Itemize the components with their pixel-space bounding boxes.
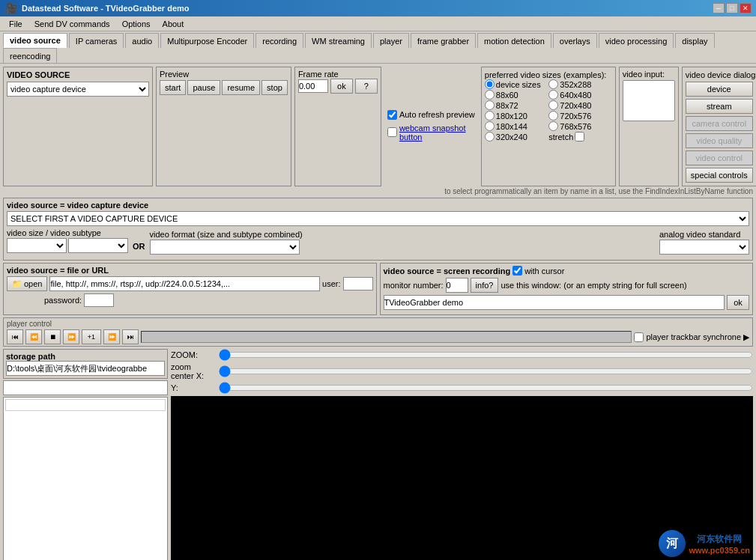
file-url-input[interactable]	[49, 276, 320, 291]
player-trackbar[interactable]	[141, 331, 632, 343]
storage-left: storage path	[3, 349, 168, 560]
stream-button[interactable]: stream	[686, 99, 753, 114]
monitor-input[interactable]	[446, 278, 468, 293]
file-list-input-line	[5, 399, 166, 411]
menu-options[interactable]: Options	[116, 18, 157, 30]
stretch-checkbox[interactable]	[575, 132, 584, 141]
tab-multipurpose-encoder[interactable]: Multipurpose Encoder	[160, 33, 254, 48]
video-size-select[interactable]	[7, 238, 67, 253]
video-quality-button[interactable]: video quality	[686, 133, 753, 148]
step-plus1-button[interactable]: +1	[82, 329, 101, 344]
fast-forward-button[interactable]: ⏩	[103, 329, 120, 344]
tab-reencoding[interactable]: reencoding	[3, 48, 57, 63]
webcam-snapshot-checkbox[interactable]	[387, 127, 397, 137]
folder-icon: 📁	[12, 279, 22, 289]
tab-overlays[interactable]: overlays	[553, 33, 597, 48]
analog-video-select[interactable]	[659, 240, 749, 255]
password-input[interactable]	[84, 293, 114, 307]
size-radio-720x480[interactable]	[548, 100, 558, 110]
tab-frame-grabber[interactable]: frame grabber	[411, 33, 476, 48]
device-button[interactable]: device	[686, 82, 753, 97]
window-ok-button[interactable]: ok	[727, 295, 749, 310]
zoom-center-y-slider[interactable]	[219, 382, 753, 394]
video-format-select[interactable]	[150, 240, 300, 255]
size-radio-768x576[interactable]	[548, 121, 558, 131]
step-forward-button[interactable]: ⏩	[63, 329, 79, 344]
findindex-info: to select programmatically an item by na…	[3, 187, 753, 195]
tab-video-source[interactable]: video source	[3, 33, 67, 48]
open-button[interactable]: 📁 open	[7, 276, 47, 291]
size-option-720x576: 720x576	[548, 111, 612, 121]
frame-rate-ok-button[interactable]: ok	[330, 79, 353, 94]
size-radio-320x240[interactable]	[485, 132, 495, 141]
zoom-slider[interactable]	[219, 349, 753, 361]
size-radio-720x576[interactable]	[548, 111, 558, 121]
pause-button[interactable]: pause	[187, 80, 220, 95]
user-input[interactable]	[343, 277, 373, 290]
frame-rate-label: Frame rate	[298, 70, 378, 79]
size-radio-180x120[interactable]	[485, 111, 495, 121]
menu-about[interactable]: About	[157, 18, 190, 30]
size-radio-352x288[interactable]	[548, 79, 558, 89]
tab-motion-detection[interactable]: motion detection	[477, 33, 551, 48]
screen-recording-title: video source = screen recording	[384, 267, 511, 276]
tab-wm-streaming[interactable]: WM streaming	[305, 33, 372, 48]
tab-recording[interactable]: recording	[255, 33, 303, 48]
video-input-select[interactable]	[623, 80, 675, 121]
with-cursor-checkbox[interactable]	[512, 266, 522, 276]
size-radio-88x60[interactable]	[485, 90, 495, 100]
storage-path-input[interactable]	[6, 361, 165, 376]
tab-audio[interactable]: audio	[125, 33, 159, 48]
size-option-320x240: 320x240	[485, 132, 548, 141]
maximize-button[interactable]: □	[726, 3, 738, 13]
size-radio-device[interactable]	[485, 79, 495, 89]
camera-control-button[interactable]: camera control	[686, 116, 753, 131]
close-button[interactable]: ✕	[740, 3, 752, 13]
video-source-select[interactable]: video capture device file or URL screen …	[7, 82, 149, 97]
sync-checkbox[interactable]	[634, 332, 644, 342]
video-control-button[interactable]: video control	[686, 150, 753, 165]
stop-player-button[interactable]: ⏹	[44, 329, 61, 344]
go-start-button[interactable]: ⏮	[7, 329, 23, 344]
monitor-label: monitor number:	[384, 281, 444, 290]
minimize-button[interactable]: ─	[713, 3, 725, 13]
window-input[interactable]	[384, 295, 725, 310]
special-controls-button[interactable]: special controls	[686, 168, 753, 183]
password-label: password:	[44, 296, 82, 305]
scroll-right-icon: ▶	[743, 332, 749, 342]
analog-video-label: analog video standard	[659, 230, 749, 239]
go-end-button[interactable]: ⏭	[122, 329, 139, 344]
tab-video-processing[interactable]: video processing	[599, 33, 674, 48]
auto-refresh-checkbox[interactable]	[387, 110, 397, 120]
tab-ip-cameras[interactable]: IP cameras	[69, 33, 124, 48]
watermark-logo: 河 河东软件网 www.pc0359.cn	[659, 530, 750, 557]
sync-label: player trackbar synchrone	[646, 332, 741, 341]
capture-device-label: video source = video capture device	[7, 201, 749, 210]
video-subtype-select[interactable]	[68, 238, 128, 253]
preferred-sizes-panel: preferred video sizes (examples): device…	[481, 67, 616, 186]
start-button[interactable]: start	[160, 80, 186, 95]
player-control-title: player control	[7, 320, 749, 328]
tab-player[interactable]: player	[373, 33, 409, 48]
zoom-label: ZOOM:	[171, 350, 216, 359]
storage-section: storage path ZOOM: zoom center X:	[3, 349, 753, 560]
size-option-180x120: 180x120	[485, 111, 548, 121]
stop-button[interactable]: stop	[261, 80, 288, 95]
frame-rate-question-button[interactable]: ?	[355, 79, 378, 94]
menu-send-dv[interactable]: Send DV commands	[28, 18, 116, 30]
info-button[interactable]: info?	[471, 278, 499, 293]
rewind-button[interactable]: ⏪	[25, 329, 42, 344]
resume-button[interactable]: resume	[222, 80, 260, 95]
webcam-snapshot-label[interactable]: webcam snapshot button	[399, 124, 475, 141]
menu-file[interactable]: File	[3, 18, 28, 30]
size-radio-180x144[interactable]	[485, 121, 495, 131]
preview-panel: Preview start pause resume stop	[156, 67, 291, 186]
tab-display[interactable]: display	[675, 33, 714, 48]
frame-rate-input[interactable]	[298, 79, 328, 93]
file-list-area[interactable]	[3, 397, 168, 560]
capture-device-select[interactable]: SELECT FIRST A VIDEO CAPTURE DEVICE	[7, 211, 749, 226]
size-option-640x480: 640x480	[548, 90, 612, 100]
size-radio-88x72[interactable]	[485, 100, 495, 110]
zoom-center-x-slider[interactable]	[219, 365, 753, 377]
size-radio-640x480[interactable]	[548, 90, 558, 100]
